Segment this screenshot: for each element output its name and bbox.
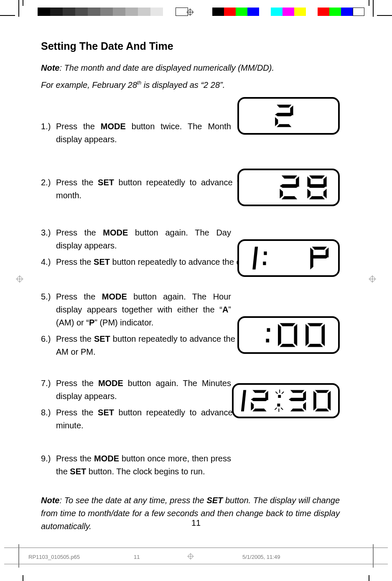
lcd-day bbox=[237, 169, 340, 206]
crop-mark bbox=[377, 15, 392, 16]
colon-icon bbox=[263, 251, 267, 265]
step-text: Press the MODE button once more, then pr… bbox=[56, 452, 340, 478]
note-text: : The month and date are displayed numer… bbox=[59, 63, 274, 72]
swatch bbox=[318, 8, 329, 16]
note-text: : To see the date at any time, press the bbox=[59, 496, 206, 505]
step-number: 2.) bbox=[41, 176, 56, 189]
step-9: 9.) Press the MODE button once more, the… bbox=[41, 452, 340, 478]
lcd-month bbox=[237, 97, 340, 135]
grayscale-bar bbox=[38, 8, 188, 16]
letter-p-icon bbox=[310, 247, 328, 269]
page-title: Setting The Date And Time bbox=[41, 40, 340, 52]
swatch bbox=[247, 8, 259, 16]
footer-sheet: 11 bbox=[134, 554, 140, 560]
digit-1-icon bbox=[252, 247, 258, 269]
digit-3-icon bbox=[289, 390, 306, 411]
svg-rect-13 bbox=[278, 395, 281, 398]
swatch bbox=[38, 8, 50, 16]
svg-line-19 bbox=[275, 408, 277, 410]
swatch bbox=[63, 8, 75, 16]
ordinal-sup: th bbox=[137, 80, 141, 86]
divider bbox=[4, 548, 388, 548]
footer-datetime: 5/1/2005, 11:49 bbox=[242, 554, 280, 560]
crop-mark bbox=[373, 544, 374, 568]
note-label: Note bbox=[41, 63, 59, 72]
digit-1-icon bbox=[241, 390, 246, 411]
step-number: 9.) bbox=[41, 452, 56, 465]
svg-rect-12 bbox=[266, 339, 269, 343]
swatch bbox=[75, 8, 88, 16]
note-text: For example, February 28 bbox=[41, 80, 137, 90]
swatch bbox=[294, 8, 306, 16]
page-number: 11 bbox=[0, 518, 392, 528]
swatch bbox=[88, 8, 100, 16]
note-label: Note bbox=[41, 496, 59, 505]
swatch bbox=[329, 8, 341, 16]
step-number: 6.) bbox=[41, 333, 56, 346]
svg-rect-14 bbox=[277, 404, 280, 407]
digit-0-icon bbox=[313, 390, 331, 411]
swatch bbox=[100, 8, 113, 16]
digit-0-icon bbox=[278, 323, 297, 347]
colon-icon bbox=[266, 328, 270, 343]
swatch bbox=[113, 8, 125, 16]
svg-rect-10 bbox=[263, 261, 266, 265]
registration-top bbox=[0, 0, 392, 17]
swatch bbox=[259, 8, 271, 16]
swatch bbox=[212, 8, 224, 16]
swatch bbox=[163, 8, 176, 16]
crop-mark bbox=[0, 15, 15, 16]
note-text: SET bbox=[206, 496, 223, 505]
digit-2-icon bbox=[280, 175, 299, 199]
step-number: 7.) bbox=[41, 377, 56, 390]
registration-target-icon bbox=[187, 553, 194, 561]
digit-8-icon bbox=[307, 175, 326, 199]
registration-target-icon bbox=[369, 275, 376, 284]
step-number: 4.) bbox=[41, 256, 56, 269]
crop-mark bbox=[18, 544, 19, 568]
crop-mark bbox=[18, 0, 19, 17]
crop-mark bbox=[369, 575, 369, 581]
swatch bbox=[138, 8, 150, 16]
svg-rect-11 bbox=[267, 328, 270, 332]
footer-filename: RP1103_010505.p65 bbox=[28, 554, 80, 560]
note-text: is displayed as “2 28”. bbox=[141, 80, 225, 90]
digit-0-icon bbox=[305, 323, 325, 347]
svg-line-20 bbox=[281, 408, 283, 410]
step-number: 1.) bbox=[41, 120, 56, 133]
swatch bbox=[271, 8, 283, 16]
crop-mark bbox=[373, 0, 374, 17]
divider bbox=[4, 564, 388, 564]
crop-mark bbox=[23, 575, 23, 581]
swatch bbox=[341, 8, 353, 16]
colon-blink-icon bbox=[275, 389, 284, 412]
swatch bbox=[50, 8, 63, 16]
svg-rect-9 bbox=[264, 251, 267, 255]
swatch bbox=[306, 8, 318, 16]
svg-line-16 bbox=[275, 392, 277, 394]
note-1b: For example, February 28th is displayed … bbox=[41, 79, 340, 92]
registration-target-icon bbox=[16, 275, 23, 284]
crop-mark bbox=[23, 0, 23, 6]
swatch bbox=[283, 8, 294, 16]
lcd-clock bbox=[232, 383, 340, 418]
step-number: 5.) bbox=[41, 290, 56, 303]
step-number: 3.) bbox=[41, 226, 56, 239]
swatch bbox=[224, 8, 236, 16]
svg-line-17 bbox=[282, 392, 284, 394]
proof-footer: RP1103_010505.p65 11 5/1/2005, 11:49 bbox=[0, 548, 392, 564]
step-number: 8.) bbox=[41, 406, 56, 419]
digit-2-icon bbox=[251, 390, 268, 411]
note-1: Note: The month and date are displayed n… bbox=[41, 61, 340, 74]
crop-mark bbox=[369, 0, 369, 6]
swatch bbox=[150, 8, 163, 16]
lcd-hour bbox=[237, 239, 340, 277]
registration-bottom bbox=[0, 573, 392, 581]
registration-target-icon bbox=[186, 8, 194, 16]
color-bar bbox=[212, 8, 364, 16]
lcd-minutes bbox=[237, 316, 340, 354]
swatch bbox=[236, 8, 247, 16]
digit-2-icon bbox=[275, 105, 293, 127]
swatch bbox=[125, 8, 138, 16]
